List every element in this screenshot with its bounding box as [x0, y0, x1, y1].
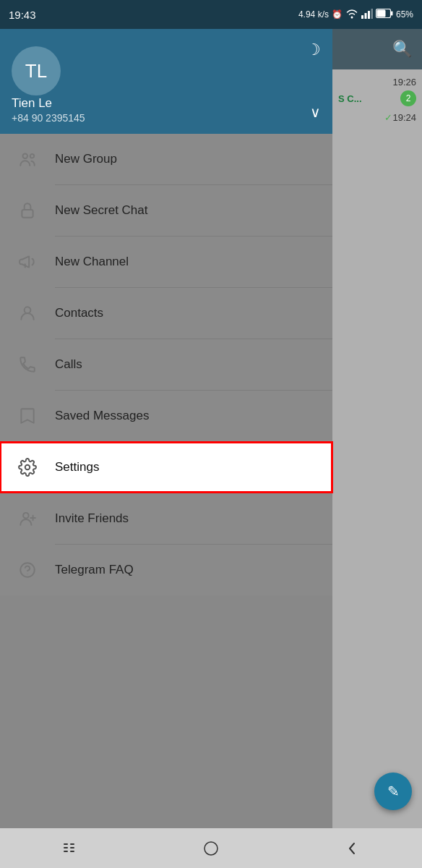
svg-rect-15	[64, 843, 68, 845]
svg-rect-1	[364, 13, 366, 19]
person-icon	[14, 304, 40, 323]
user-info: Tien Le +84 90 2395145	[12, 96, 321, 124]
status-speed: 4.94 k/s	[298, 9, 329, 20]
gear-icon	[14, 458, 40, 477]
svg-rect-0	[361, 15, 363, 19]
menu-item-new-secret-chat[interactable]: New Secret Chat	[0, 185, 332, 236]
compose-fab[interactable]: ✎	[374, 773, 412, 810]
svg-rect-2	[368, 11, 370, 19]
right-panel: 🔍 19:26 S C... 2 ✓ 19:24	[332, 29, 422, 828]
menu-item-faq[interactable]: Telegram FAQ	[0, 545, 332, 595]
bookmark-icon	[14, 407, 40, 425]
menu-item-saved-messages[interactable]: Saved Messages	[0, 391, 332, 441]
svg-point-12	[23, 513, 29, 519]
home-button[interactable]	[189, 834, 233, 863]
alarm-icon: ⏰	[332, 9, 343, 20]
calls-label: Calls	[55, 357, 82, 372]
status-icons: 4.94 k/s ⏰ 65%	[298, 9, 413, 21]
recents-button[interactable]	[48, 834, 92, 863]
menu-item-new-group[interactable]: New Group	[0, 134, 332, 184]
status-bar: 19:43 4.94 k/s ⏰ 65%	[0, 0, 422, 29]
svg-rect-17	[64, 851, 68, 852]
chat-time-2: 19:24	[392, 112, 416, 123]
user-phone: +84 90 2395145	[12, 112, 321, 124]
menu-list: New Group New Secret Chat New Channel Co…	[0, 134, 332, 595]
megaphone-icon	[14, 252, 40, 271]
signal-icon	[361, 9, 373, 21]
check-icon: ✓	[384, 112, 392, 123]
menu-item-contacts[interactable]: Contacts	[0, 288, 332, 339]
menu-item-new-channel[interactable]: New Channel	[0, 237, 332, 287]
invite-friends-label: Invite Friends	[55, 511, 129, 526]
help-circle-icon	[14, 561, 40, 579]
drawer: TL ☽ Tien Le +84 90 2395145 ∨ New Group …	[0, 29, 332, 828]
new-group-label: New Group	[55, 152, 117, 166]
nav-bar	[0, 828, 422, 868]
battery-percent: 65%	[396, 9, 413, 20]
night-mode-icon[interactable]: ☽	[306, 41, 321, 59]
menu-item-calls[interactable]: Calls	[0, 339, 332, 390]
wifi-icon	[345, 9, 358, 21]
back-button[interactable]	[330, 834, 374, 863]
lock-icon	[14, 201, 40, 220]
new-channel-label: New Channel	[55, 255, 129, 269]
svg-rect-20	[70, 851, 74, 852]
chat-label: S C...	[338, 93, 362, 104]
svg-point-21	[204, 842, 218, 855]
faq-label: Telegram FAQ	[55, 563, 134, 577]
svg-rect-3	[371, 9, 373, 19]
settings-label: Settings	[55, 460, 99, 475]
svg-rect-16	[64, 847, 68, 848]
chat-time-1: 19:26	[392, 77, 416, 88]
svg-rect-9	[22, 210, 33, 218]
saved-messages-label: Saved Messages	[55, 409, 149, 423]
svg-point-11	[25, 465, 30, 470]
svg-rect-18	[70, 843, 74, 845]
new-secret-chat-label: New Secret Chat	[55, 203, 148, 218]
avatar: TL	[12, 46, 61, 95]
unread-badge: 2	[400, 90, 416, 106]
status-time: 19:43	[9, 9, 36, 21]
menu-item-invite-friends[interactable]: Invite Friends	[0, 493, 332, 544]
phone-icon	[14, 355, 40, 374]
chevron-down-icon[interactable]: ∨	[310, 103, 321, 121]
compose-icon: ✎	[387, 783, 400, 800]
person-add-icon	[14, 509, 40, 528]
right-panel-header: 🔍	[332, 29, 422, 69]
svg-rect-5	[391, 12, 393, 16]
svg-point-8	[30, 154, 34, 158]
menu-item-settings[interactable]: Settings	[0, 442, 332, 493]
svg-point-10	[25, 307, 31, 313]
contacts-label: Contacts	[55, 306, 103, 320]
group-icon	[14, 150, 40, 169]
svg-point-13	[20, 563, 35, 577]
svg-point-7	[23, 153, 28, 158]
svg-rect-6	[376, 10, 385, 17]
user-name: Tien Le	[12, 96, 321, 111]
svg-point-14	[27, 574, 27, 574]
battery-icon	[376, 9, 393, 20]
search-icon[interactable]: 🔍	[392, 40, 412, 59]
drawer-header: TL ☽ Tien Le +84 90 2395145 ∨	[0, 29, 332, 134]
svg-rect-19	[70, 847, 74, 848]
